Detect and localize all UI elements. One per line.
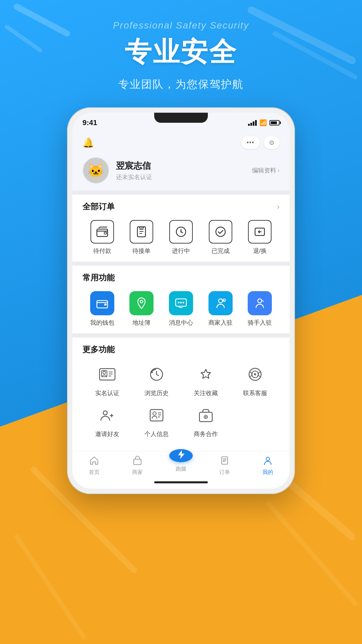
lightning-icon — [176, 449, 186, 462]
pending-payment-icon — [90, 220, 114, 244]
rider-func-icon — [248, 291, 272, 315]
common-functions-section: 常用功能 我的钱包 — [72, 266, 290, 333]
more-functions-header: 更多功能 — [82, 344, 280, 355]
avatar[interactable]: 🐱 — [82, 157, 109, 184]
order-item-pending-accept[interactable]: 待接单 — [122, 220, 162, 255]
orders-section: 全部订单 › — [72, 195, 290, 262]
common-functions-title: 常用功能 — [82, 272, 115, 283]
func-merchant[interactable]: 商家入驻 — [201, 291, 240, 327]
nav-mine[interactable]: 我的 — [246, 456, 290, 476]
svg-point-22 — [180, 302, 182, 304]
scan-icon: ⊙ — [269, 139, 274, 146]
more-func-favorites[interactable]: 关注收藏 — [181, 363, 230, 397]
func-message[interactable]: 消息中心 — [161, 291, 201, 327]
profile-section: 🐱 翌宸志信 还未实名认证 编辑资料 › — [72, 152, 290, 191]
completed-label: 已完成 — [212, 247, 230, 255]
svg-point-41 — [266, 457, 269, 461]
svg-rect-18 — [104, 304, 107, 306]
center-nav-button[interactable] — [169, 449, 193, 462]
wallet-func-label: 我的钱包 — [90, 319, 114, 327]
nav-home[interactable]: 首页 — [72, 456, 116, 476]
order-icon — [220, 456, 229, 468]
more-func-history[interactable]: 浏览历史 — [132, 363, 181, 397]
history-icon — [145, 363, 168, 386]
order-item-in-progress[interactable]: 进行中 — [161, 220, 201, 255]
header-title: 专业安全 — [0, 34, 362, 70]
profile-info: 翌宸志信 还未实名认证 — [116, 160, 152, 181]
status-bar: 9:41 📶 — [72, 113, 290, 133]
nav-mine-label: 我的 — [262, 469, 273, 476]
svg-point-19 — [140, 300, 143, 303]
profile-left: 🐱 翌宸志信 还未实名认证 — [82, 157, 152, 184]
history-label: 浏览历史 — [144, 389, 169, 397]
support-label: 联系客服 — [243, 389, 267, 397]
svg-point-21 — [178, 302, 179, 304]
order-item-completed[interactable]: 已完成 — [201, 220, 240, 255]
divider-1 — [72, 191, 290, 195]
nav-center[interactable]: 跑腿 — [159, 459, 203, 473]
edit-profile-button[interactable]: 编辑资料 › — [252, 166, 280, 174]
more-func-business[interactable]: 商务合作 — [181, 404, 230, 438]
svg-point-33 — [254, 373, 256, 375]
realname-label: 实名认证 — [95, 389, 119, 397]
func-address[interactable]: 地址簿 — [122, 291, 162, 327]
phone-screen: 9:41 📶 🔔 — [72, 113, 290, 489]
nav-order[interactable]: 订单 — [203, 456, 246, 476]
more-functions-section: 更多功能 — [72, 337, 290, 451]
action-buttons: ••• ⊙ — [241, 136, 280, 149]
mine-icon — [263, 456, 273, 468]
message-func-icon — [169, 291, 193, 315]
realname-icon — [96, 363, 119, 386]
username: 翌宸志信 — [116, 160, 152, 172]
favorites-label: 关注收藏 — [194, 389, 218, 397]
nav-paotui-label: 跑腿 — [176, 466, 186, 473]
merchant-func-icon — [208, 291, 233, 315]
bell-icon[interactable]: 🔔 — [82, 137, 94, 148]
scan-button[interactable]: ⊙ — [264, 136, 280, 149]
svg-point-34 — [103, 411, 107, 415]
in-progress-label: 进行中 — [172, 247, 190, 255]
pending-accept-label: 待接单 — [132, 247, 150, 255]
svg-point-23 — [182, 302, 184, 304]
return-icon — [248, 220, 272, 244]
common-functions-grid: 我的钱包 地址簿 — [82, 291, 280, 327]
func-rider[interactable]: 骑手入驻 — [240, 291, 280, 327]
more-func-support[interactable]: 联系客服 — [230, 363, 280, 397]
more-options-button[interactable]: ••• — [241, 136, 260, 149]
support-icon — [244, 363, 266, 386]
signal-icon — [248, 120, 257, 126]
svg-point-29 — [103, 371, 106, 374]
app-content: 🔔 ••• ⊙ 🐱 翌宸志信 — [72, 133, 290, 489]
header-area: Professional Safety Security 专业安全 专业团队，为… — [0, 20, 362, 92]
business-label: 商务合作 — [194, 430, 218, 438]
home-icon — [89, 456, 99, 468]
personal-info-icon — [145, 404, 168, 427]
more-functions-grid: 实名认证 浏览历史 — [82, 363, 280, 445]
more-func-invite[interactable]: 邀请好友 — [82, 404, 132, 438]
header-description: 专业团队，为您保驾护航 — [0, 77, 362, 92]
personal-info-label: 个人信息 — [144, 430, 169, 438]
invite-icon — [96, 404, 119, 427]
chevron-right-icon: › — [278, 167, 280, 174]
nav-shop[interactable]: 商家 — [116, 456, 160, 476]
completed-icon — [209, 220, 232, 244]
rider-func-label: 骑手入驻 — [248, 319, 272, 327]
orders-grid: 待付款 待接单 — [82, 220, 280, 255]
order-item-return[interactable]: 退/换 — [240, 220, 280, 255]
bottom-nav: 首页 商家 — [72, 451, 290, 479]
battery-icon — [269, 120, 280, 125]
home-bar — [154, 481, 208, 483]
orders-chevron-icon[interactable]: › — [277, 202, 280, 211]
more-func-personal[interactable]: 个人信息 — [132, 404, 181, 438]
status-icons: 📶 — [248, 119, 280, 126]
business-icon — [194, 404, 217, 427]
status-time: 9:41 — [82, 118, 97, 127]
order-item-pending-payment[interactable]: 待付款 — [82, 220, 122, 255]
svg-point-15 — [216, 227, 225, 236]
wifi-icon: 📶 — [259, 119, 267, 126]
more-func-realname[interactable]: 实名认证 — [82, 363, 132, 397]
orders-header: 全部订单 › — [82, 201, 280, 212]
top-actions: 🔔 ••• ⊙ — [72, 133, 290, 152]
merchant-func-label: 商家入驻 — [208, 319, 233, 327]
func-wallet[interactable]: 我的钱包 — [82, 291, 122, 327]
